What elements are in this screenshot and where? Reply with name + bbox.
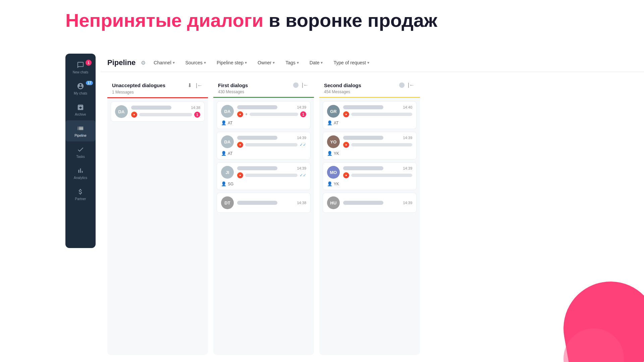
chevron-down-icon: ▾ xyxy=(297,60,299,65)
my-chats-badge: 17 xyxy=(86,81,93,85)
channel-icon: ● xyxy=(237,172,243,178)
column-unaccepted: Unaccepted dialogues ⬇ |← 1 Messages DA xyxy=(107,77,208,355)
chevron-down-icon: ▾ xyxy=(204,60,206,65)
column-title-second: Second dialogs xyxy=(324,82,361,88)
sidebar-item-tasks[interactable]: Tasks xyxy=(65,141,96,163)
channel-icon: ● xyxy=(237,111,243,117)
person-icon: 👤 xyxy=(221,181,226,186)
channel-icon: ● xyxy=(237,142,243,148)
chevron-down-icon: ▾ xyxy=(367,60,369,65)
check-icon: ✓✓ xyxy=(300,173,306,178)
chat-card[interactable]: DA 14:39 ● + 1 xyxy=(217,101,311,129)
chat-card[interactable]: YO 14:39 ● 👤 xyxy=(323,132,417,160)
sidebar-item-analytics[interactable]: Analytics xyxy=(65,163,96,184)
chat-card[interactable]: JI 14:39 ● ✓✓ xyxy=(217,162,311,190)
column-title-unaccepted: Unaccepted dialogues xyxy=(112,82,165,88)
avatar: DT xyxy=(221,196,234,209)
person-icon: 👤 xyxy=(327,181,332,186)
card-name-blur xyxy=(343,166,383,170)
column-header-second: Second dialogs |← 454 Messages xyxy=(319,77,420,98)
avatar: DA xyxy=(115,105,128,118)
column-header-unaccepted: Unaccepted dialogues ⬇ |← 1 Messages xyxy=(107,77,208,98)
column-count-second: 454 Messages xyxy=(324,89,415,94)
person-icon: 👤 xyxy=(221,151,226,156)
avatar: YO xyxy=(327,135,340,148)
person-icon: 👤 xyxy=(327,151,332,156)
sidebar-item-archive[interactable]: Archive xyxy=(65,99,96,120)
channel-icon: ● xyxy=(343,142,349,148)
chat-card[interactable]: HU 14:39 xyxy=(323,193,417,213)
card-time: 14:39 xyxy=(403,166,412,170)
chevron-down-icon: ▾ xyxy=(321,60,323,65)
card-info: 14:38 ● 1 xyxy=(131,106,200,118)
chevron-down-icon: ▾ xyxy=(245,60,247,65)
chat-card[interactable]: MO 14:39 ● 👤 xyxy=(323,162,417,190)
page-heading: Непринятые диалоги в воронке продаж xyxy=(65,10,437,31)
filter-date[interactable]: Date ▾ xyxy=(307,59,326,67)
avatar: DA xyxy=(221,105,234,118)
pin-col-btn-first[interactable]: |← xyxy=(301,82,309,88)
filter-type-of-request[interactable]: Type of request ▾ xyxy=(331,59,372,67)
chat-card[interactable]: DT 14:38 xyxy=(217,193,311,213)
avatar: HU xyxy=(327,196,340,209)
person-icon: 👤 xyxy=(327,120,332,125)
column-header-first: First dialogs |← 430 Messages xyxy=(213,77,314,98)
avatar: GR xyxy=(327,105,340,118)
sidebar-item-partner[interactable]: Partner xyxy=(65,184,96,205)
pin-col-btn[interactable]: |← xyxy=(195,82,203,88)
card-info: 14:39 ● xyxy=(343,136,412,148)
new-chats-icon xyxy=(76,61,85,69)
analytics-icon xyxy=(76,167,85,175)
channel-icon: ● xyxy=(343,172,349,178)
owner-label: AT xyxy=(228,151,232,156)
sidebar-item-my-chats[interactable]: 17 My chats xyxy=(65,78,96,99)
msg-blur xyxy=(245,143,298,146)
plus-text: + xyxy=(245,112,248,117)
msg-blur xyxy=(245,174,298,177)
my-chats-icon xyxy=(76,82,85,90)
sidebar-item-new-chats[interactable]: 1 New chats xyxy=(65,57,96,78)
owner-label: SG xyxy=(228,182,233,186)
card-name-blur xyxy=(343,105,383,109)
filter-icon[interactable]: ⚙ xyxy=(141,60,146,66)
kanban-board: Unaccepted dialogues ⬇ |← 1 Messages DA xyxy=(101,72,644,360)
msg-blur xyxy=(351,174,412,177)
card-time: 14:38 xyxy=(297,201,306,205)
card-name-blur xyxy=(131,106,171,110)
column-actions: ⬇ |← xyxy=(187,82,203,88)
msg-blur xyxy=(351,113,412,116)
filter-pipeline-step[interactable]: Pipeline step ▾ xyxy=(214,59,250,67)
filter-tags[interactable]: Tags ▾ xyxy=(283,59,302,67)
chat-card[interactable]: GR 14:40 ● 👤 xyxy=(323,101,417,129)
new-chats-badge: 1 xyxy=(86,60,92,66)
chat-card[interactable]: DA 14:38 ● 1 xyxy=(111,102,205,122)
msg-count-badge: 1 xyxy=(194,112,200,118)
column-body-unaccepted: DA 14:38 ● 1 xyxy=(107,98,208,125)
col-circle xyxy=(293,82,299,88)
filter-channel[interactable]: Channel ▾ xyxy=(151,59,177,67)
card-name-blur xyxy=(343,136,383,140)
column-body-first: DA 14:39 ● + 1 xyxy=(213,98,314,216)
card-info: 14:39 ● ✓✓ xyxy=(237,166,306,178)
card-info: 14:39 ● xyxy=(343,166,412,178)
sidebar-item-pipeline[interactable]: Pipeline xyxy=(65,120,96,141)
main-content: Pipeline ⚙ Channel ▾ Sources ▾ Pipeline … xyxy=(101,54,644,362)
chat-card[interactable]: DA 14:39 ● ✓✓ xyxy=(217,132,311,160)
msg-blur xyxy=(351,143,412,146)
column-first: First dialogs |← 430 Messages DA xyxy=(213,77,314,355)
collapse-col-btn[interactable]: ⬇ xyxy=(187,82,193,88)
channel-icon: ● xyxy=(343,111,349,117)
pin-col-btn-second[interactable]: |← xyxy=(407,82,415,88)
archive-icon xyxy=(76,103,85,111)
filter-sources[interactable]: Sources ▾ xyxy=(183,59,209,67)
card-time: 14:39 xyxy=(403,201,412,205)
filter-owner[interactable]: Owner ▾ xyxy=(255,59,277,67)
avatar: MO xyxy=(327,166,340,179)
card-name-blur xyxy=(237,105,277,109)
card-info: 14:40 ● xyxy=(343,105,412,117)
card-time: 14:40 xyxy=(403,105,412,109)
card-info: 14:39 xyxy=(343,201,412,205)
sidebar-label-partner: Partner xyxy=(75,197,86,201)
avatar: JI xyxy=(221,166,234,179)
owner-label: YK xyxy=(334,151,339,156)
